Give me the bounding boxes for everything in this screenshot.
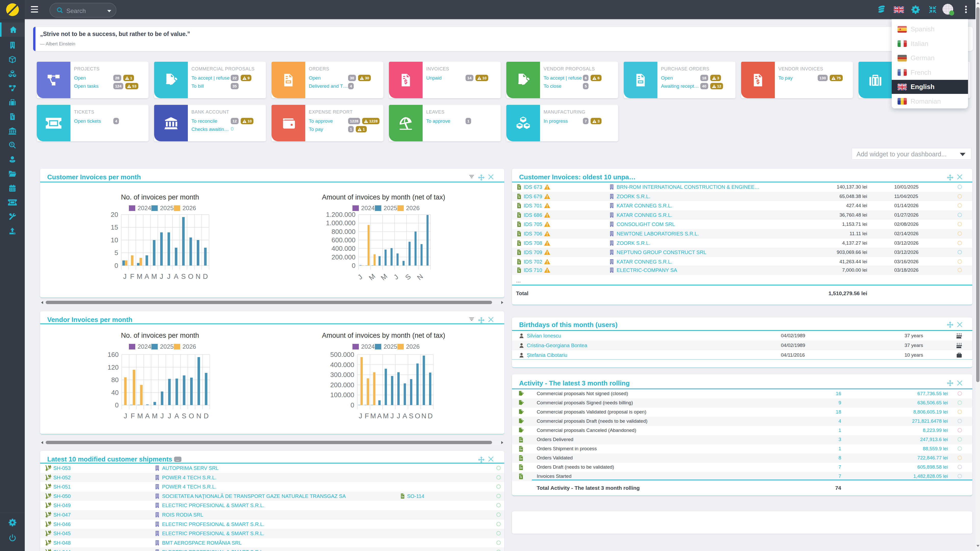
svg-text:M: M — [368, 272, 377, 282]
svg-text:2025: 2025 — [160, 205, 173, 211]
svg-text:2024: 2024 — [361, 343, 375, 350]
svg-text:J: J — [390, 412, 394, 420]
svg-text:S: S — [182, 412, 186, 420]
svg-text:M: M — [383, 412, 389, 420]
svg-text:300.000: 300.000 — [330, 371, 354, 379]
svg-text:2026: 2026 — [183, 343, 196, 350]
svg-text:D: D — [204, 412, 209, 420]
svg-text:N: N — [416, 272, 425, 282]
svg-text:N: N — [196, 412, 201, 420]
svg-text:No. of invoices per month: No. of invoices per month — [121, 332, 199, 339]
svg-text:2026: 2026 — [406, 343, 420, 350]
svg-text:20: 20 — [111, 211, 118, 218]
svg-text:200.000: 200.000 — [330, 381, 354, 389]
svg-text:A: A — [145, 412, 150, 420]
svg-text:J: J — [167, 273, 171, 280]
svg-text:A: A — [145, 273, 149, 280]
svg-text:2024: 2024 — [361, 205, 375, 211]
svg-text:Amount of invoices by month (n: Amount of invoices by month (net of tax) — [322, 332, 445, 339]
svg-text:A: A — [174, 273, 178, 280]
svg-text:600.000: 600.000 — [331, 236, 355, 244]
svg-text:0: 0 — [352, 262, 355, 269]
svg-text:2026: 2026 — [406, 205, 420, 211]
svg-text:M: M — [137, 412, 143, 420]
svg-text:M: M — [151, 273, 157, 280]
svg-text:No. of invoices per month: No. of invoices per month — [121, 193, 199, 201]
svg-text:J: J — [124, 412, 127, 420]
svg-text:2025: 2025 — [160, 343, 173, 350]
svg-text:S: S — [404, 273, 412, 282]
svg-text:F: F — [365, 412, 369, 420]
svg-text:F: F — [130, 273, 135, 280]
svg-text:400.000: 400.000 — [330, 361, 354, 368]
svg-text:J: J — [123, 273, 127, 280]
svg-text:M: M — [380, 272, 389, 282]
svg-text:0: 0 — [115, 401, 119, 409]
svg-text:J: J — [359, 412, 363, 420]
svg-text:100.000: 100.000 — [330, 391, 354, 399]
svg-text:A: A — [402, 412, 407, 420]
svg-text:M: M — [152, 412, 158, 420]
svg-text:J: J — [160, 412, 164, 420]
svg-text:S: S — [409, 412, 414, 420]
svg-text:Amount of invoices by month (n: Amount of invoices by month (net of tax) — [322, 193, 445, 201]
svg-text:40: 40 — [111, 389, 119, 396]
svg-text:F: F — [130, 412, 135, 420]
svg-text:O: O — [415, 412, 420, 420]
svg-text:200.000: 200.000 — [331, 253, 355, 261]
svg-text:2026: 2026 — [183, 205, 196, 211]
svg-text:O: O — [189, 412, 194, 420]
svg-text:120: 120 — [108, 364, 119, 371]
svg-text:15: 15 — [111, 224, 118, 231]
svg-text:J: J — [160, 273, 163, 280]
svg-text:0: 0 — [115, 262, 118, 269]
svg-text:D: D — [428, 412, 433, 420]
svg-text:2024: 2024 — [138, 205, 151, 211]
svg-text:O: O — [188, 273, 193, 280]
svg-text:80: 80 — [111, 376, 119, 384]
svg-text:500.000: 500.000 — [330, 351, 354, 359]
svg-text:2025: 2025 — [383, 343, 397, 350]
svg-text:D: D — [203, 273, 208, 280]
svg-text:400.000: 400.000 — [331, 245, 355, 252]
svg-text:M: M — [137, 273, 142, 280]
svg-text:A: A — [377, 412, 382, 420]
svg-text:160: 160 — [108, 351, 119, 359]
svg-text:A: A — [175, 412, 179, 420]
svg-text:J: J — [392, 273, 400, 281]
svg-text:5: 5 — [115, 249, 118, 257]
svg-text:2024: 2024 — [138, 343, 151, 350]
svg-text:J: J — [397, 412, 401, 420]
svg-text:J: J — [168, 412, 171, 420]
svg-text:10: 10 — [111, 236, 118, 244]
svg-text:800.000: 800.000 — [331, 228, 355, 235]
svg-text:2025: 2025 — [383, 205, 397, 211]
svg-text:S: S — [181, 273, 186, 280]
svg-text:0: 0 — [351, 401, 354, 409]
svg-text:N: N — [196, 273, 200, 280]
svg-text:J: J — [356, 273, 364, 281]
svg-text:1.200.000: 1.200.000 — [326, 211, 355, 218]
svg-text:N: N — [422, 412, 426, 420]
svg-text:1.000.000: 1.000.000 — [326, 219, 355, 227]
svg-text:M: M — [370, 412, 376, 420]
